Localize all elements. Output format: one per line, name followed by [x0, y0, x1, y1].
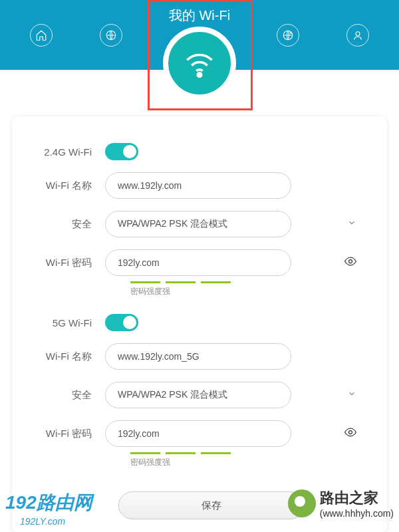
svg-point-4 [349, 260, 352, 263]
eye-icon[interactable] [344, 426, 357, 442]
internet-icon[interactable] [100, 24, 122, 47]
wifi-center-icon[interactable] [163, 27, 236, 100]
name-5g-label: Wi-Fi 名称 [32, 350, 105, 363]
password-5g-label: Wi-Fi 密码 [32, 428, 105, 440]
security-24g-label: 安全 [32, 218, 105, 231]
svg-point-3 [198, 73, 201, 77]
band-24g-label: 2.4G Wi-Fi [32, 146, 105, 158]
wifi-settings-card: 2.4G Wi-Fi Wi-Fi 名称 安全 Wi-Fi 密码 密码强度强 [12, 116, 387, 532]
user-icon[interactable] [346, 24, 369, 47]
security-24g-select[interactable] [105, 211, 291, 237]
security-5g-select[interactable] [105, 382, 291, 408]
watermark-right-main: 路由之家 [320, 488, 394, 508]
name-24g-label: Wi-Fi 名称 [32, 180, 105, 192]
chevron-down-icon [347, 218, 356, 230]
page-title: 我的 Wi-Fi [169, 7, 230, 25]
password-24g-input[interactable] [105, 249, 291, 276]
password-24g-label: Wi-Fi 密码 [32, 257, 105, 269]
strength-bars-24g [130, 281, 367, 283]
toggle-5g[interactable] [105, 314, 138, 331]
svg-point-2 [356, 31, 360, 35]
toggle-24g[interactable] [105, 143, 138, 160]
security-5g-label: 安全 [32, 389, 105, 402]
band-5g-label: 5G Wi-Fi [32, 317, 105, 329]
svg-point-5 [349, 431, 352, 434]
eye-icon[interactable] [344, 255, 357, 271]
watermark-right: 路由之家 (www.hhhyh.com) [288, 488, 394, 519]
chevron-down-icon [347, 389, 356, 401]
home-icon[interactable] [30, 24, 53, 47]
name-24g-input[interactable] [105, 172, 291, 199]
watermark-left-sub: 192LY.com [20, 516, 65, 527]
speed-icon[interactable] [277, 24, 299, 47]
watermark-left: 192路由网 [5, 490, 92, 515]
save-button[interactable]: 保存 [118, 491, 305, 519]
main-content: 2.4G Wi-Fi Wi-Fi 名称 安全 Wi-Fi 密码 密码强度强 [0, 70, 399, 532]
watermark-right-sub: (www.hhhyh.com) [320, 508, 394, 519]
name-5g-input[interactable] [105, 343, 291, 370]
password-5g-input[interactable] [105, 420, 291, 447]
strength-text-5g: 密码强度强 [130, 457, 367, 468]
strength-text-24g: 密码强度强 [130, 286, 367, 297]
strength-bars-5g [130, 452, 367, 454]
watermark-logo-icon [288, 489, 316, 517]
